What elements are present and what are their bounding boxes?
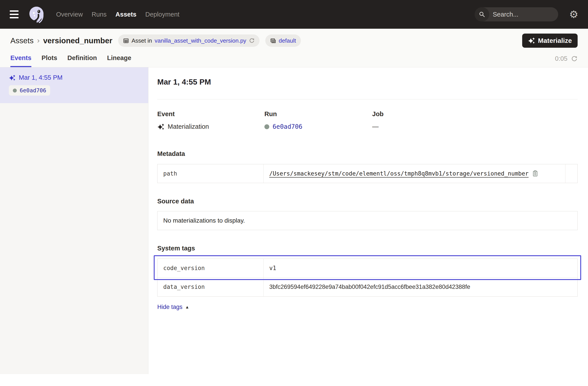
run-column-label: Run — [264, 110, 372, 118]
materialization-sparkle-icon — [9, 74, 16, 81]
nav-item-assets[interactable]: Assets — [116, 11, 137, 18]
page-header: Assets › versioned_number Asset in vanil… — [0, 29, 588, 67]
primary-nav: Overview Runs Assets Deployment — [56, 11, 179, 18]
metadata-heading: Metadata — [157, 150, 578, 158]
search-icon — [475, 7, 489, 21]
event-list-item-selected[interactable]: Mar 1, 4:55 PM 6e0ad706 — [0, 67, 148, 103]
page-title: versioned_number — [43, 36, 112, 45]
tag-key: code_version — [157, 259, 264, 277]
materialize-button[interactable]: Materialize — [522, 34, 578, 48]
breadcrumb: Assets › versioned_number — [10, 36, 112, 45]
run-id-link[interactable]: 6e0ad706 — [273, 123, 302, 130]
asset-tabs: Events Plots Definition Lineage — [10, 54, 131, 67]
repo-grid-icon — [270, 38, 276, 44]
system-tags-section: System tags code_version v1 data_version… — [157, 245, 578, 310]
refresh-status: 0:05 — [555, 55, 578, 67]
metadata-path-link[interactable]: /Users/smackesey/stm/code/elementl/oss/t… — [269, 170, 528, 177]
table-row-data-version: data_version 3bfc269594ef649228e9a74bab0… — [157, 277, 577, 296]
asset-group-link[interactable]: default — [279, 37, 296, 44]
sparkle-icon — [528, 37, 535, 44]
tab-events[interactable]: Events — [10, 54, 31, 67]
divider — [157, 99, 578, 99]
event-column: Event Materialization — [157, 110, 264, 130]
asset-definition-badge: Asset in vanilla_asset_with_code_version… — [118, 34, 260, 47]
top-navigation-bar: Overview Runs Assets Deployment / ⚙ — [0, 0, 588, 29]
table-row: path /Users/smackesey/stm/code/elementl/… — [157, 164, 577, 183]
hide-tags-link[interactable]: Hide tags ▲ — [157, 304, 189, 310]
nav-item-runs[interactable]: Runs — [92, 11, 107, 18]
tab-definition[interactable]: Definition — [67, 54, 97, 67]
settings-gear-icon[interactable]: ⚙ — [569, 9, 578, 20]
nav-item-deployment[interactable]: Deployment — [145, 11, 180, 18]
source-data-empty-message: No materializations to display. — [157, 211, 578, 230]
asset-definition-file-link[interactable]: vanilla_asset_with_code_version.py — [155, 37, 246, 44]
system-tags-heading: System tags — [157, 245, 578, 252]
source-data-section: Source data No materializations to displ… — [157, 198, 578, 230]
run-id: 6e0ad706 — [20, 87, 46, 94]
event-timestamp: Mar 1, 4:55 PM — [19, 74, 63, 81]
reload-icon[interactable] — [249, 38, 255, 43]
refresh-countdown: 0:05 — [555, 55, 567, 62]
event-list-sidebar: Mar 1, 4:55 PM 6e0ad706 — [0, 67, 148, 374]
caret-up-icon: ▲ — [185, 305, 189, 310]
breadcrumb-assets-link[interactable]: Assets — [10, 36, 34, 45]
asset-group-badge: default — [265, 34, 301, 47]
hamburger-menu-icon[interactable] — [10, 10, 19, 18]
source-data-heading: Source data — [157, 198, 578, 205]
job-column-label: Job — [372, 110, 578, 118]
grid-icon — [123, 38, 129, 44]
search-box[interactable]: / — [475, 7, 558, 21]
copy-to-clipboard-icon[interactable] — [532, 170, 538, 177]
run-status-dot — [13, 89, 17, 93]
job-column: Job — — [372, 110, 578, 130]
table-trailing-cell — [565, 164, 577, 183]
run-column: Run 6e0ad706 — [264, 110, 372, 130]
event-run-badge[interactable]: 6e0ad706 — [9, 85, 50, 96]
materialization-sparkle-icon — [157, 123, 164, 130]
metadata-table: path /Users/smackesey/stm/code/elementl/… — [157, 164, 578, 183]
refresh-icon[interactable] — [571, 55, 578, 62]
job-empty-value: — — [372, 123, 378, 130]
dagster-logo-icon[interactable] — [28, 6, 45, 23]
table-row-code-version-highlighted: code_version v1 — [157, 259, 577, 277]
hide-tags-label: Hide tags — [157, 304, 182, 310]
tag-key: data_version — [157, 278, 264, 296]
nav-item-overview[interactable]: Overview — [56, 11, 83, 18]
event-detail-panel: Mar 1, 4:55 PM Event Materialization — [148, 67, 588, 374]
tag-value: v1 — [264, 259, 577, 277]
event-column-label: Event — [157, 110, 264, 118]
tag-value: 3bfc269594ef649228e9a74bab00f042efc91d5a… — [264, 278, 577, 296]
run-status-dot — [264, 124, 269, 129]
metadata-key: path — [157, 164, 264, 183]
asset-details-page: Overview Runs Assets Deployment / ⚙ Asse… — [0, 0, 588, 386]
system-tags-table: code_version v1 data_version 3bfc269594e… — [157, 259, 578, 297]
event-detail-title: Mar 1, 4:55 PM — [157, 78, 578, 86]
asset-badge-prefix: Asset in — [132, 37, 152, 44]
materialize-button-label: Materialize — [538, 37, 572, 44]
tab-plots[interactable]: Plots — [42, 54, 57, 67]
metadata-section: Metadata path /Users/smackesey/stm/code/… — [157, 150, 578, 183]
tab-lineage[interactable]: Lineage — [107, 54, 131, 67]
breadcrumb-chevron-icon: › — [37, 36, 40, 45]
event-type-value: Materialization — [168, 123, 209, 130]
search-input[interactable] — [489, 11, 558, 18]
